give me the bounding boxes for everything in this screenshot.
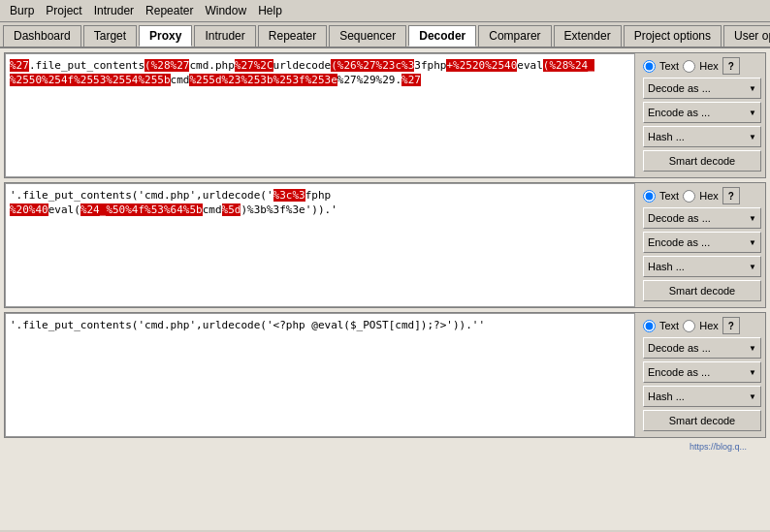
radio-text-label-3: Text	[659, 320, 679, 331]
decode-row-2: '.file_put_contents('cmd.php',urldecode(…	[4, 182, 766, 308]
menu-project[interactable]: Project	[40, 2, 87, 19]
help-button-1[interactable]: ?	[722, 57, 740, 75]
smart-decode-btn-1[interactable]: Smart decode	[643, 150, 761, 172]
decode-text-2: '.file_put_contents('cmd.php',urldecode(…	[10, 188, 630, 218]
encode-as-arrow-2: ▼	[749, 238, 756, 247]
tab-dashboard[interactable]: Dashboard	[3, 25, 81, 47]
smart-decode-btn-3[interactable]: Smart decode	[643, 410, 761, 431]
radio-text-label-1: Text	[659, 60, 679, 72]
hash-btn-1[interactable]: Hash ... ▼	[643, 126, 761, 147]
radio-row-1: Text Hex ?	[643, 57, 761, 75]
hash-label-1: Hash ...	[648, 131, 685, 142]
decode-text-1: %27.file_put_contents(%28%27cmd.php%27%2…	[10, 58, 630, 88]
decode-textarea-1[interactable]: %27.file_put_contents(%28%27cmd.php%27%2…	[5, 53, 635, 177]
radio-hex-2[interactable]	[683, 190, 695, 203]
decode-text-3: '.file_put_contents('cmd.php',urldecode(…	[10, 318, 630, 332]
tab-repeater[interactable]: Repeater	[258, 25, 327, 47]
encode-as-btn-1[interactable]: Encode as ... ▼	[643, 102, 761, 123]
watermark: https://blog.q...	[4, 442, 766, 454]
decode-as-arrow-2: ▼	[749, 214, 756, 223]
decode-as-btn-2[interactable]: Decode as ... ▼	[643, 207, 761, 229]
menu-help[interactable]: Help	[252, 2, 288, 19]
hash-label-2: Hash ...	[648, 261, 685, 272]
menu-repeater[interactable]: Repeater	[140, 2, 199, 19]
help-button-3[interactable]: ?	[722, 317, 740, 334]
encode-as-btn-2[interactable]: Encode as ... ▼	[643, 232, 761, 253]
controls-panel-1: Text Hex ? Decode as ... ▼ Encode as ...…	[639, 53, 765, 177]
encode-as-btn-3[interactable]: Encode as ... ▼	[643, 361, 761, 383]
tab-project-options[interactable]: Project options	[624, 25, 722, 47]
hash-btn-2[interactable]: Hash ... ▼	[643, 256, 761, 277]
radio-hex-label-1: Hex	[699, 60, 719, 72]
tab-extender[interactable]: Extender	[554, 25, 622, 47]
decode-as-btn-1[interactable]: Decode as ... ▼	[643, 78, 761, 99]
tab-decoder[interactable]: Decoder	[408, 25, 476, 47]
tab-bar: Dashboard Target Proxy Intruder Repeater…	[0, 22, 770, 48]
radio-hex-1[interactable]	[683, 60, 695, 73]
radio-text-3[interactable]	[643, 320, 656, 332]
controls-panel-2: Text Hex ? Decode as ... ▼ Encode as ...…	[639, 183, 765, 307]
encode-as-label-3: Encode as ...	[648, 366, 710, 378]
hash-btn-3[interactable]: Hash ... ▼	[643, 386, 761, 407]
decode-row-3: '.file_put_contents('cmd.php',urldecode(…	[4, 312, 766, 438]
hash-arrow-1: ▼	[749, 133, 756, 141]
menu-window[interactable]: Window	[199, 2, 252, 19]
radio-text-2[interactable]	[643, 190, 656, 203]
tab-intruder[interactable]: Intruder	[194, 25, 255, 47]
encode-as-label-2: Encode as ...	[648, 236, 710, 248]
radio-hex-label-3: Hex	[699, 320, 719, 331]
decode-textarea-2[interactable]: '.file_put_contents('cmd.php',urldecode(…	[5, 183, 635, 307]
tab-proxy[interactable]: Proxy	[139, 25, 192, 47]
menu-intruder[interactable]: Intruder	[88, 2, 140, 19]
help-button-2[interactable]: ?	[722, 187, 740, 204]
radio-row-3: Text Hex ?	[643, 317, 761, 334]
tab-comparer[interactable]: Comparer	[478, 25, 551, 47]
decode-as-arrow-1: ▼	[749, 84, 756, 93]
tab-target[interactable]: Target	[83, 25, 137, 47]
decode-textarea-3[interactable]: '.file_put_contents('cmd.php',urldecode(…	[5, 313, 635, 437]
decode-as-btn-3[interactable]: Decode as ... ▼	[643, 337, 761, 359]
controls-panel-3: Text Hex ? Decode as ... ▼ Encode as ...…	[639, 313, 765, 437]
tab-user-options[interactable]: User options	[723, 25, 770, 47]
encode-as-arrow-1: ▼	[749, 109, 756, 117]
hash-arrow-2: ▼	[749, 263, 756, 271]
menu-bar: Burp Project Intruder Repeater Window He…	[0, 0, 770, 22]
smart-decode-btn-2[interactable]: Smart decode	[643, 280, 761, 301]
decode-as-label-3: Decode as ...	[648, 342, 711, 354]
tab-sequencer[interactable]: Sequencer	[329, 25, 406, 47]
radio-row-2: Text Hex ?	[643, 187, 761, 204]
radio-hex-3[interactable]	[683, 320, 695, 332]
encode-as-label-1: Encode as ...	[648, 107, 710, 118]
decode-as-label-1: Decode as ...	[648, 82, 711, 94]
encode-as-arrow-3: ▼	[749, 368, 756, 377]
radio-hex-label-2: Hex	[699, 190, 719, 202]
radio-text-1[interactable]	[643, 60, 656, 73]
radio-text-label-2: Text	[659, 190, 679, 202]
decoder-main: %27.file_put_contents(%28%27cmd.php%27%2…	[0, 48, 770, 530]
menu-burp[interactable]: Burp	[4, 2, 40, 19]
decode-as-label-2: Decode as ...	[648, 212, 711, 224]
hash-label-3: Hash ...	[648, 391, 685, 402]
decode-as-arrow-3: ▼	[749, 344, 756, 353]
hash-arrow-3: ▼	[749, 392, 756, 401]
decode-row-1: %27.file_put_contents(%28%27cmd.php%27%2…	[4, 52, 766, 178]
